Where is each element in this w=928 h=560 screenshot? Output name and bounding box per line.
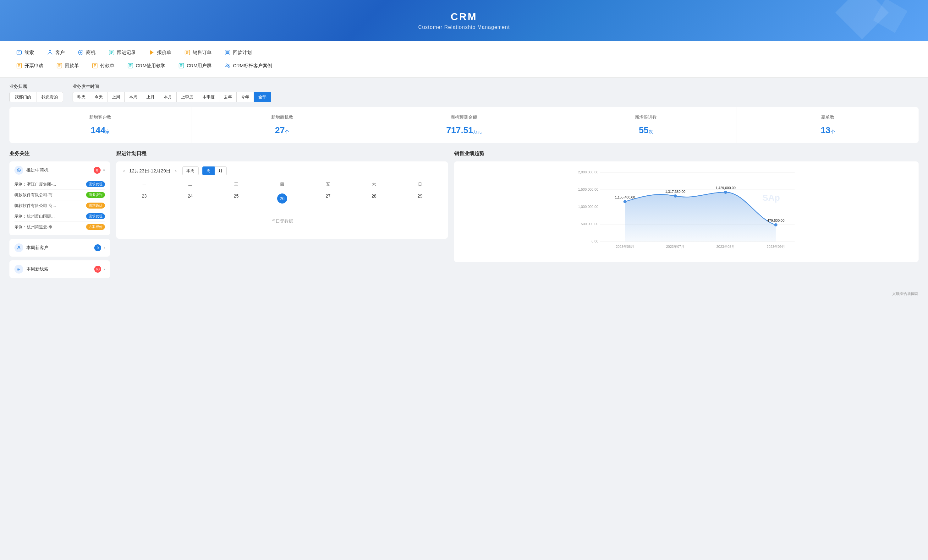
calendar-header: ‹ 12月23日-12月29日 › 本周 周 月	[121, 166, 443, 175]
cal-today-marker: 26	[277, 193, 287, 204]
svg-text:500,000.00: 500,000.00	[581, 222, 598, 226]
nav-item-quotes[interactable]: 报价单	[142, 47, 177, 58]
filter-this-year[interactable]: 今年	[237, 92, 254, 102]
new-customers-card: 本周新客户 0 ›	[9, 239, 110, 257]
new-leads-chevron: ›	[104, 267, 105, 271]
cal-month-view-btn[interactable]: 月	[215, 166, 227, 175]
new-customers-chevron: ›	[104, 246, 105, 250]
nav-item-payment[interactable]: 付款单	[85, 60, 121, 72]
filter-this-quarter[interactable]: 本季度	[198, 92, 219, 102]
opp-row-3-name: 示例：杭州萧山国际...	[14, 213, 84, 219]
nav-label-crmusergroup: CRM用户群	[187, 63, 212, 69]
filter-my-dept[interactable]: 我部门的	[9, 92, 37, 102]
cal-day-29[interactable]: 29	[397, 191, 443, 206]
nav-item-followup[interactable]: 跟进记录	[102, 47, 142, 58]
nav-label-followup: 跟进记录	[117, 50, 136, 56]
footer-text: 兴顺综合新闻网	[892, 291, 919, 296]
svg-text:2023年07月: 2023年07月	[666, 245, 685, 248]
chart-card: 2,000,000.00 1,500,000.00 1,000,000.00 5…	[454, 161, 919, 262]
nav-item-refund[interactable]: 回款单	[50, 60, 85, 72]
stat-new-customers: 新增客户数 144家	[9, 107, 191, 143]
cal-day-23[interactable]: 23	[121, 191, 167, 206]
leads-icon	[16, 49, 23, 56]
nav-item-leads[interactable]: 线索	[9, 47, 40, 58]
cal-header-fri: 五	[305, 180, 351, 189]
filter-my-resp[interactable]: 我负责的	[37, 92, 63, 102]
cal-day-28[interactable]: 28	[351, 191, 397, 206]
filter-last-week[interactable]: 上周	[107, 92, 125, 102]
filter-last-year[interactable]: 去年	[219, 92, 237, 102]
opp-row-1-name: 帆软软件有限公司-商...	[14, 192, 84, 198]
nav-item-crmtutorial[interactable]: CRM使用教学	[121, 60, 172, 72]
filter-yesterday[interactable]: 昨天	[73, 92, 90, 102]
stats-row: 新增客户数 144家 新增商机数 27个 商机预测金额 717.51万元 新增跟…	[9, 107, 919, 143]
filter-today[interactable]: 今天	[90, 92, 107, 102]
nav-item-salesorders[interactable]: 销售订单	[177, 47, 218, 58]
filter-this-week[interactable]: 本周	[125, 92, 142, 102]
time-buttons: 昨天 今天 上周 本周 上月 本月 上季度 本季度 去年 今年 全部	[73, 92, 271, 102]
crmbenchmark-icon	[224, 62, 231, 69]
cal-header-sun: 日	[397, 180, 443, 189]
calendar-title: 跟进计划日程	[116, 151, 448, 157]
new-leads-card: 本周新线索 63 ›	[9, 260, 110, 278]
nav-label-payment: 付款单	[100, 63, 114, 69]
stat-forecast-label: 商机预测金额	[380, 115, 549, 120]
filter-last-quarter[interactable]: 上季度	[177, 92, 198, 102]
filter-this-month[interactable]: 本月	[159, 92, 177, 102]
opp-row-4[interactable]: 示例：杭州简道云-承... 方案报价	[14, 222, 105, 232]
nav-item-invoice[interactable]: 开票申请	[9, 60, 50, 72]
opp-row-1-tag: 商务谈判	[86, 192, 105, 198]
stat-new-customers-value: 144家	[16, 125, 185, 135]
opportunities-card-name: 推进中商机	[26, 167, 94, 173]
cal-day-27[interactable]: 27	[305, 191, 351, 206]
opp-row-0[interactable]: 示例：浙江广厦集团-... 需求发现	[14, 179, 105, 190]
svg-text:2023年08月: 2023年08月	[716, 245, 735, 248]
stat-new-followups: 新增跟进数 55次	[555, 107, 737, 143]
opp-row-1[interactable]: 帆软软件有限公司-商... 商务谈判	[14, 190, 105, 200]
opp-row-4-tag: 方案报价	[86, 224, 105, 230]
svg-text:2,000,000.00: 2,000,000.00	[578, 170, 598, 174]
chart-point-sep	[774, 223, 777, 227]
stat-followups-label: 新增跟进数	[561, 115, 730, 120]
opportunities-header[interactable]: 推进中商机 8 ▾	[9, 161, 110, 179]
filter-last-month[interactable]: 上月	[142, 92, 159, 102]
new-customers-card-icon	[14, 243, 23, 252]
new-customers-header[interactable]: 本周新客户 0 ›	[9, 239, 110, 257]
nav-label-leads: 线索	[24, 50, 34, 56]
svg-text:1,429,000.00: 1,429,000.00	[716, 186, 736, 190]
nav-item-returnplan[interactable]: 回款计划	[218, 47, 258, 58]
sales-chart: 2,000,000.00 1,500,000.00 1,000,000.00 5…	[460, 168, 912, 256]
stat-new-opp-label: 新增商机数	[198, 115, 367, 120]
svg-point-1	[49, 50, 51, 52]
business-attention-title: 业务关注	[9, 151, 110, 157]
nav-item-crmbenchmark[interactable]: CRM标杆客户案例	[218, 60, 278, 72]
calendar-grid: 一 二 三 四 五 六 日 23 24 25 26	[121, 180, 443, 206]
new-leads-header[interactable]: 本周新线索 63 ›	[9, 260, 110, 278]
nav-label-crmbenchmark: CRM标杆客户案例	[233, 63, 272, 69]
nav-item-opportunities[interactable]: 商机	[71, 47, 102, 58]
content-area: 业务归属 我部门的 我负责的 业务发生时间 昨天 今天 上周 本周 上月 本月 …	[0, 78, 928, 288]
chart-point-jun	[623, 200, 627, 203]
cal-day-24[interactable]: 24	[167, 191, 213, 206]
salesorders-icon	[184, 49, 191, 56]
cal-current-week-btn[interactable]: 本周	[182, 166, 198, 175]
nav-label-salesorders: 销售订单	[192, 50, 212, 56]
cal-week-view-btn[interactable]: 周	[202, 166, 215, 175]
opp-row-3[interactable]: 示例：杭州萧山国际... 需求发现	[14, 211, 105, 222]
opportunities-icon	[77, 49, 84, 56]
nav-item-customers[interactable]: 客户	[40, 47, 71, 58]
calendar-card: ‹ 12月23日-12月29日 › 本周 周 月 一 二 三	[116, 161, 448, 239]
svg-text:2023年06月: 2023年06月	[616, 245, 635, 248]
left-panel: 业务关注 推进中商机 8 ▾ 示例：浙江广厦集团-... 需求发现	[9, 151, 110, 282]
cal-prev-arrow[interactable]: ‹	[121, 167, 127, 174]
cal-next-arrow[interactable]: ›	[173, 167, 179, 174]
opp-row-2[interactable]: 帆软软件有限公司-商... 需求确认	[14, 200, 105, 211]
cal-day-26[interactable]: 26	[259, 191, 305, 206]
filter-all[interactable]: 全部	[254, 92, 271, 102]
calendar-nav: ‹ 12月23日-12月29日 ›	[121, 167, 179, 174]
cal-day-25[interactable]: 25	[213, 191, 259, 206]
svg-text:1,000,000.00: 1,000,000.00	[578, 205, 598, 208]
cal-view-toggle: 周 月	[202, 166, 227, 175]
new-leads-card-name: 本周新线索	[26, 266, 94, 272]
nav-item-crmusergroup[interactable]: CRM用户群	[172, 60, 218, 72]
